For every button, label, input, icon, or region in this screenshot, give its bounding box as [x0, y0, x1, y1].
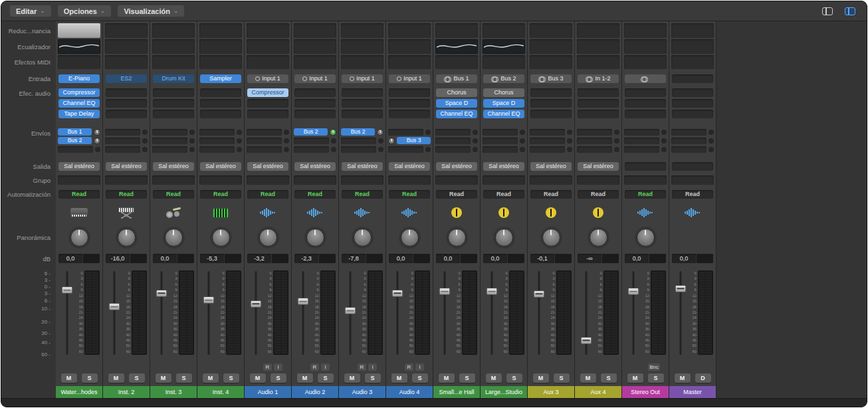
solo-button[interactable]: S	[648, 373, 664, 383]
eq-thumbnail[interactable]	[483, 39, 525, 54]
setting-thumbnail[interactable]	[247, 23, 289, 38]
group-slot[interactable]	[199, 175, 242, 185]
send-button[interactable]: Bus 2	[58, 137, 92, 144]
input-button[interactable]: ES2	[106, 74, 147, 83]
output-button[interactable]: Sal estéreo	[342, 162, 383, 171]
midi-fx-slot[interactable]	[577, 55, 619, 69]
audio-fx-button[interactable]: Channel EQ	[58, 99, 100, 108]
group-slot[interactable]	[58, 175, 100, 185]
send-empty-slot[interactable]	[152, 146, 187, 153]
audio-fx-empty-slot[interactable]	[153, 88, 194, 97]
group-slot[interactable]	[530, 175, 572, 185]
send-level-knob[interactable]	[388, 138, 395, 144]
send-empty-slot[interactable]	[530, 138, 565, 144]
mute-button[interactable]: M	[533, 373, 549, 383]
channel-name[interactable]: Small...e Hall	[433, 386, 480, 398]
input-monitor-button[interactable]: I	[415, 363, 424, 371]
setting-thumbnail[interactable]	[199, 23, 242, 38]
setting-thumbnail[interactable]	[530, 23, 572, 38]
mute-button[interactable]: M	[344, 373, 360, 383]
solo-button[interactable]: S	[554, 373, 570, 383]
mute-button[interactable]: M	[675, 373, 691, 383]
mute-button[interactable]: M	[61, 373, 77, 383]
send-level-knob[interactable]	[94, 129, 100, 136]
send-empty-slot[interactable]	[624, 129, 659, 136]
solo-button[interactable]: S	[412, 373, 428, 383]
mute-button[interactable]: M	[156, 373, 171, 383]
audio-fx-button[interactable]: Space D	[483, 99, 524, 108]
audio-fx-empty-slot[interactable]	[389, 99, 430, 108]
setting-thumbnail[interactable]	[483, 23, 525, 38]
solo-button[interactable]: S	[223, 373, 239, 383]
send-empty-slot[interactable]	[671, 129, 706, 136]
send-empty-slot[interactable]	[294, 146, 329, 153]
eq-thumbnail[interactable]	[530, 39, 572, 54]
midi-fx-slot[interactable]	[671, 55, 714, 69]
output-button[interactable]: Sal estéreo	[200, 162, 241, 171]
group-slot[interactable]	[294, 175, 336, 185]
pan-knob[interactable]	[259, 229, 277, 247]
send-empty-slot[interactable]	[152, 129, 187, 136]
send-empty-slot[interactable]	[199, 138, 235, 144]
fader-thumb[interactable]	[675, 285, 687, 292]
input-button[interactable]: Bus 2	[483, 74, 524, 83]
setting-thumbnail[interactable]	[341, 23, 383, 38]
mute-button[interactable]: M	[108, 373, 124, 383]
send-empty-slot[interactable]	[483, 129, 518, 136]
db-display[interactable]: -5,3	[200, 254, 241, 263]
db-display[interactable]: -2,3	[294, 254, 336, 263]
setting-thumbnail[interactable]	[624, 23, 667, 38]
send-empty-slot[interactable]	[388, 146, 423, 153]
audio-fx-empty-slot[interactable]	[153, 110, 194, 118]
mute-button[interactable]: M	[391, 373, 407, 383]
db-display[interactable]: 0,0	[153, 254, 194, 263]
setting-thumbnail[interactable]	[58, 23, 100, 38]
group-slot[interactable]	[435, 175, 478, 185]
send-empty-slot[interactable]	[105, 138, 140, 144]
pan-knob[interactable]	[212, 229, 230, 247]
midi-fx-slot[interactable]	[624, 55, 667, 69]
audio-fx-empty-slot[interactable]	[153, 99, 194, 108]
send-empty-slot[interactable]	[530, 129, 565, 136]
automation-button[interactable]: Read	[389, 190, 430, 199]
db-display[interactable]: 0,0	[389, 254, 430, 263]
pan-knob[interactable]	[354, 229, 372, 247]
group-slot[interactable]	[105, 175, 148, 185]
channel-name[interactable]: Stereo Out	[622, 386, 669, 398]
single-pane-view-button[interactable]	[819, 5, 836, 18]
midi-fx-slot[interactable]	[247, 55, 289, 69]
pan-knob[interactable]	[542, 229, 560, 247]
automation-button[interactable]: Read	[58, 190, 100, 199]
channel-name[interactable]: Large...Studio	[481, 386, 527, 398]
audio-fx-empty-slot[interactable]	[389, 88, 430, 97]
audio-fx-empty-slot[interactable]	[672, 88, 713, 97]
record-enable-button[interactable]: R	[263, 363, 272, 371]
fader-thumb[interactable]	[62, 286, 73, 294]
solo-button[interactable]: S	[82, 373, 98, 383]
send-empty-slot[interactable]	[577, 138, 612, 144]
audio-fx-empty-slot[interactable]	[294, 88, 336, 97]
channel-name[interactable]: Audio 4	[386, 386, 433, 398]
fader-thumb[interactable]	[487, 288, 498, 295]
solo-button[interactable]: S	[601, 373, 617, 383]
channel-name[interactable]: Aux 4	[575, 386, 621, 398]
db-display[interactable]: -∞	[578, 254, 619, 263]
channel-name[interactable]: Audio 2	[292, 386, 338, 398]
mute-button[interactable]: M	[297, 373, 313, 383]
send-empty-slot[interactable]	[435, 129, 471, 136]
send-empty-slot[interactable]	[247, 138, 282, 144]
menu-visualizacion[interactable]: Visualización ⌄	[117, 5, 185, 17]
fader-track[interactable]	[578, 268, 594, 361]
setting-thumbnail[interactable]	[388, 23, 431, 38]
fader-thumb[interactable]	[109, 303, 120, 310]
output-button[interactable]	[672, 162, 713, 171]
pan-knob[interactable]	[118, 229, 136, 247]
midi-fx-slot[interactable]	[152, 55, 195, 69]
send-empty-slot[interactable]	[671, 146, 706, 153]
audio-fx-button[interactable]: Chorus	[436, 88, 477, 97]
audio-fx-empty-slot[interactable]	[672, 110, 713, 118]
audio-fx-empty-slot[interactable]	[625, 88, 666, 97]
input-monitor-button[interactable]: I	[321, 363, 330, 371]
automation-button[interactable]: Read	[578, 190, 619, 199]
solo-button[interactable]: S	[318, 373, 334, 383]
